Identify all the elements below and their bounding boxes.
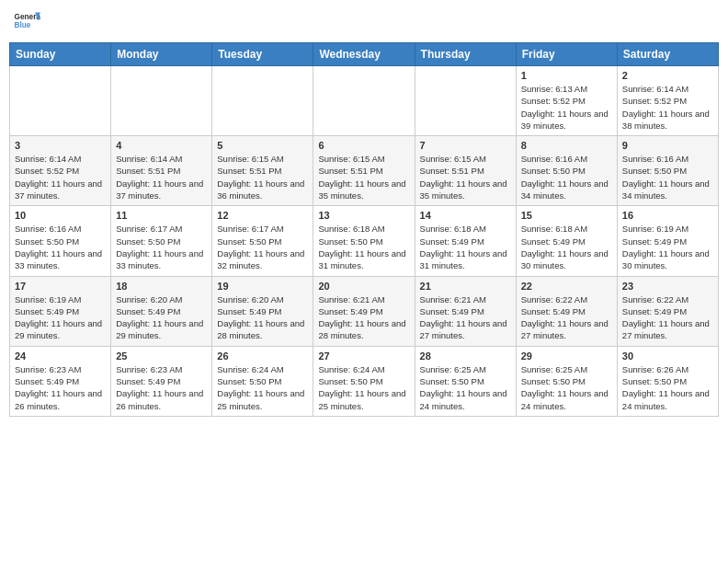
calendar-cell: 1Sunrise: 6:13 AM Sunset: 5:52 PM Daylig… [516, 66, 617, 136]
day-info: Sunrise: 6:22 AM Sunset: 5:49 PM Dayligh… [521, 293, 612, 342]
weekday-header-wednesday: Wednesday [313, 43, 415, 66]
day-info: Sunrise: 6:16 AM Sunset: 5:50 PM Dayligh… [15, 223, 106, 271]
calendar-cell: 19Sunrise: 6:20 AM Sunset: 5:49 PM Dayli… [212, 276, 313, 346]
day-info: Sunrise: 6:18 AM Sunset: 5:49 PM Dayligh… [420, 223, 511, 271]
day-info: Sunrise: 6:17 AM Sunset: 5:50 PM Dayligh… [217, 223, 308, 271]
calendar-cell: 9Sunrise: 6:16 AM Sunset: 5:50 PM Daylig… [617, 136, 718, 206]
calendar-cell: 3Sunrise: 6:14 AM Sunset: 5:52 PM Daylig… [10, 136, 111, 206]
page-header: General Blue [9, 9, 719, 35]
svg-text:Blue: Blue [15, 21, 31, 29]
weekday-header-monday: Monday [111, 43, 212, 66]
day-number: 9 [622, 140, 713, 151]
calendar-cell: 30Sunrise: 6:26 AM Sunset: 5:50 PM Dayli… [617, 346, 718, 416]
day-number: 15 [521, 210, 612, 221]
weekday-header-thursday: Thursday [415, 43, 516, 66]
calendar-cell [111, 66, 212, 136]
calendar-cell: 5Sunrise: 6:15 AM Sunset: 5:51 PM Daylig… [212, 136, 313, 206]
day-info: Sunrise: 6:26 AM Sunset: 5:50 PM Dayligh… [622, 363, 713, 412]
calendar-cell: 22Sunrise: 6:22 AM Sunset: 5:49 PM Dayli… [516, 276, 617, 346]
calendar-cell: 21Sunrise: 6:21 AM Sunset: 5:49 PM Dayli… [415, 276, 516, 346]
day-info: Sunrise: 6:14 AM Sunset: 5:51 PM Dayligh… [116, 153, 207, 201]
calendar-week-1: 1Sunrise: 6:13 AM Sunset: 5:52 PM Daylig… [10, 66, 719, 136]
day-info: Sunrise: 6:20 AM Sunset: 5:49 PM Dayligh… [116, 293, 207, 342]
calendar-cell: 14Sunrise: 6:18 AM Sunset: 5:49 PM Dayli… [415, 206, 516, 276]
calendar-cell: 4Sunrise: 6:14 AM Sunset: 5:51 PM Daylig… [111, 136, 212, 206]
day-info: Sunrise: 6:16 AM Sunset: 5:50 PM Dayligh… [521, 153, 612, 201]
calendar-cell [415, 66, 516, 136]
day-number: 27 [318, 350, 409, 362]
day-number: 8 [521, 140, 612, 151]
day-info: Sunrise: 6:21 AM Sunset: 5:49 PM Dayligh… [420, 293, 511, 342]
day-number: 18 [116, 281, 207, 292]
calendar-cell: 8Sunrise: 6:16 AM Sunset: 5:50 PM Daylig… [516, 136, 617, 206]
calendar-cell: 25Sunrise: 6:23 AM Sunset: 5:49 PM Dayli… [111, 346, 212, 416]
calendar-cell: 16Sunrise: 6:19 AM Sunset: 5:49 PM Dayli… [617, 206, 718, 276]
day-info: Sunrise: 6:25 AM Sunset: 5:50 PM Dayligh… [521, 363, 612, 412]
day-info: Sunrise: 6:17 AM Sunset: 5:50 PM Dayligh… [116, 223, 207, 271]
day-number: 17 [15, 281, 106, 292]
day-number: 19 [217, 281, 308, 292]
day-info: Sunrise: 6:16 AM Sunset: 5:50 PM Dayligh… [622, 153, 713, 201]
day-info: Sunrise: 6:21 AM Sunset: 5:49 PM Dayligh… [318, 293, 409, 342]
day-number: 13 [318, 210, 409, 221]
day-info: Sunrise: 6:15 AM Sunset: 5:51 PM Dayligh… [420, 153, 511, 201]
day-number: 1 [521, 70, 612, 81]
day-number: 24 [15, 350, 106, 362]
calendar-cell: 7Sunrise: 6:15 AM Sunset: 5:51 PM Daylig… [415, 136, 516, 206]
calendar-cell [212, 66, 313, 136]
logo: General Blue [13, 9, 40, 35]
calendar-cell: 11Sunrise: 6:17 AM Sunset: 5:50 PM Dayli… [111, 206, 212, 276]
weekday-header-saturday: Saturday [617, 43, 718, 66]
calendar-week-4: 17Sunrise: 6:19 AM Sunset: 5:49 PM Dayli… [10, 276, 719, 346]
calendar-cell: 15Sunrise: 6:18 AM Sunset: 5:49 PM Dayli… [516, 206, 617, 276]
day-number: 29 [521, 350, 612, 362]
day-info: Sunrise: 6:19 AM Sunset: 5:49 PM Dayligh… [15, 293, 106, 342]
day-info: Sunrise: 6:14 AM Sunset: 5:52 PM Dayligh… [622, 83, 713, 132]
day-number: 30 [622, 350, 713, 362]
day-number: 21 [420, 281, 511, 292]
calendar-cell: 2Sunrise: 6:14 AM Sunset: 5:52 PM Daylig… [617, 66, 718, 136]
calendar-cell: 24Sunrise: 6:23 AM Sunset: 5:49 PM Dayli… [10, 346, 111, 416]
calendar-cell: 20Sunrise: 6:21 AM Sunset: 5:49 PM Dayli… [313, 276, 415, 346]
day-info: Sunrise: 6:15 AM Sunset: 5:51 PM Dayligh… [217, 153, 308, 201]
day-info: Sunrise: 6:23 AM Sunset: 5:49 PM Dayligh… [116, 363, 207, 412]
day-number: 28 [420, 350, 511, 362]
calendar-cell [313, 66, 415, 136]
day-number: 16 [622, 210, 713, 221]
day-info: Sunrise: 6:24 AM Sunset: 5:50 PM Dayligh… [318, 363, 409, 412]
day-number: 7 [420, 140, 511, 151]
day-number: 10 [15, 210, 106, 221]
day-info: Sunrise: 6:15 AM Sunset: 5:51 PM Dayligh… [318, 153, 409, 201]
day-number: 20 [318, 281, 409, 292]
calendar-week-5: 24Sunrise: 6:23 AM Sunset: 5:49 PM Dayli… [10, 346, 719, 416]
day-number: 2 [622, 70, 713, 81]
day-number: 11 [116, 210, 207, 221]
calendar-table: SundayMondayTuesdayWednesdayThursdayFrid… [9, 42, 719, 417]
calendar-cell: 28Sunrise: 6:25 AM Sunset: 5:50 PM Dayli… [415, 346, 516, 416]
day-info: Sunrise: 6:14 AM Sunset: 5:52 PM Dayligh… [15, 153, 106, 201]
day-number: 14 [420, 210, 511, 221]
calendar-cell: 12Sunrise: 6:17 AM Sunset: 5:50 PM Dayli… [212, 206, 313, 276]
day-info: Sunrise: 6:23 AM Sunset: 5:49 PM Dayligh… [15, 363, 106, 412]
day-info: Sunrise: 6:18 AM Sunset: 5:49 PM Dayligh… [521, 223, 612, 271]
day-number: 23 [622, 281, 713, 292]
day-number: 25 [116, 350, 207, 362]
day-info: Sunrise: 6:18 AM Sunset: 5:50 PM Dayligh… [318, 223, 409, 271]
weekday-header-tuesday: Tuesday [212, 43, 313, 66]
weekday-header-sunday: Sunday [10, 43, 111, 66]
calendar-cell [10, 66, 111, 136]
day-info: Sunrise: 6:20 AM Sunset: 5:49 PM Dayligh… [217, 293, 308, 342]
calendar-cell: 18Sunrise: 6:20 AM Sunset: 5:49 PM Dayli… [111, 276, 212, 346]
calendar-cell: 26Sunrise: 6:24 AM Sunset: 5:50 PM Dayli… [212, 346, 313, 416]
day-number: 3 [15, 140, 106, 151]
calendar-cell: 23Sunrise: 6:22 AM Sunset: 5:49 PM Dayli… [617, 276, 718, 346]
weekday-header-row: SundayMondayTuesdayWednesdayThursdayFrid… [10, 43, 719, 66]
calendar-cell: 6Sunrise: 6:15 AM Sunset: 5:51 PM Daylig… [313, 136, 415, 206]
day-number: 6 [318, 140, 409, 151]
logo-icon: General Blue [13, 9, 40, 35]
calendar-cell: 13Sunrise: 6:18 AM Sunset: 5:50 PM Dayli… [313, 206, 415, 276]
day-number: 22 [521, 281, 612, 292]
calendar-cell: 29Sunrise: 6:25 AM Sunset: 5:50 PM Dayli… [516, 346, 617, 416]
calendar-cell: 10Sunrise: 6:16 AM Sunset: 5:50 PM Dayli… [10, 206, 111, 276]
day-info: Sunrise: 6:25 AM Sunset: 5:50 PM Dayligh… [420, 363, 511, 412]
